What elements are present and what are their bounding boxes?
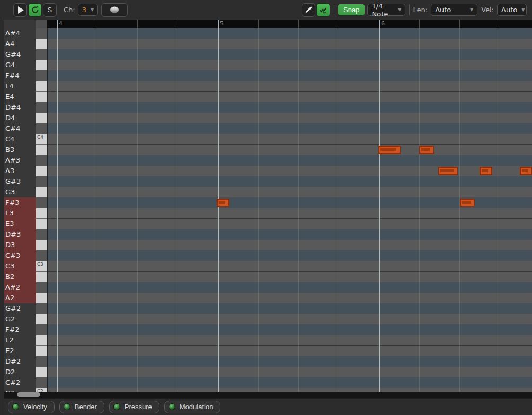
piano-key[interactable] <box>36 70 47 81</box>
piano-key[interactable] <box>36 81 47 92</box>
note-grid[interactable] <box>48 28 532 392</box>
instrument-button[interactable] <box>101 3 128 17</box>
note-name-label: C3 <box>4 261 36 272</box>
note-name-label: D#3 <box>4 229 36 240</box>
piano-key[interactable] <box>36 377 47 388</box>
beat-line <box>339 28 339 392</box>
beat-tick <box>419 20 420 28</box>
piano-key[interactable]: C4 <box>36 134 47 145</box>
piano-key[interactable] <box>36 113 47 123</box>
loop-button[interactable] <box>28 3 42 17</box>
controller-tab-bender[interactable]: Bender <box>59 401 104 413</box>
note-velocity-stripe <box>421 148 430 151</box>
left-edge-panel <box>0 20 4 415</box>
note-name-label: D2 <box>4 367 36 377</box>
piano-key[interactable] <box>36 250 47 261</box>
note-name-label: C#3 <box>4 250 36 261</box>
note-name-label: F3 <box>4 208 36 219</box>
channel-select[interactable]: 3 ▼ <box>78 4 98 16</box>
midi-note[interactable] <box>520 167 532 175</box>
note-velocity-stripe <box>380 148 396 151</box>
note-name-label: E2 <box>4 346 36 356</box>
midi-note[interactable] <box>438 167 458 175</box>
note-velocity-stripe <box>522 169 528 172</box>
note-name-label: A2 <box>4 293 36 303</box>
chevron-down-icon: ▼ <box>466 7 473 12</box>
midi-note[interactable] <box>480 167 492 175</box>
piano-key[interactable] <box>36 324 47 335</box>
piano-key[interactable] <box>36 356 47 367</box>
pencil-tool-button[interactable] <box>302 3 315 17</box>
controller-tab-velocity[interactable]: Velocity <box>8 401 55 413</box>
midi-note[interactable] <box>419 146 434 154</box>
piano-key[interactable] <box>36 219 47 229</box>
piano-key[interactable] <box>36 229 47 240</box>
controller-tab-pressure[interactable]: Pressure <box>109 401 159 413</box>
beat-line <box>298 28 299 392</box>
controller-tab-label: Pressure <box>125 403 152 411</box>
piano-key[interactable] <box>36 155 47 166</box>
note-name-label: C#2 <box>4 377 36 388</box>
piano-key[interactable] <box>36 335 47 346</box>
piano-key[interactable] <box>36 187 47 197</box>
midi-note[interactable] <box>460 199 475 207</box>
note-velocity-stripe <box>219 201 225 204</box>
piano-key[interactable]: C2 <box>36 388 47 392</box>
piano-key[interactable] <box>36 282 47 293</box>
length-select[interactable]: Auto ▼ <box>431 4 477 16</box>
snap-button-label: Snap <box>343 6 359 14</box>
note-name-label: D#4 <box>4 102 36 113</box>
midi-note[interactable] <box>378 146 401 154</box>
piano-key[interactable] <box>36 208 47 219</box>
bar-line <box>57 28 58 392</box>
piano-key[interactable] <box>36 240 47 250</box>
main-area: A#4A4G#4G4F#4F4E4D#4D4C#4C4B3A#3A3G#3G3F… <box>0 20 532 392</box>
piano-key[interactable] <box>36 314 47 324</box>
piano-key[interactable] <box>36 123 47 134</box>
piano-key[interactable] <box>36 92 47 102</box>
play-button[interactable] <box>13 3 27 17</box>
piano-key[interactable] <box>36 28 47 39</box>
piano-key[interactable] <box>36 346 47 356</box>
piano-key[interactable] <box>36 197 47 208</box>
beat-tick <box>178 20 178 28</box>
timeline-ruler[interactable]: 456 <box>47 20 532 28</box>
piano-key-octave-label: C2 <box>36 388 47 392</box>
piano-key[interactable] <box>36 166 47 176</box>
piano-key[interactable] <box>36 272 47 282</box>
led-indicator-icon <box>12 403 19 410</box>
controller-tab-bar: VelocityBenderPressureModulation <box>0 398 532 415</box>
midi-note[interactable] <box>217 199 229 207</box>
length-value: Auto <box>435 6 451 14</box>
velocity-select[interactable]: Auto ▼ <box>497 4 527 16</box>
horizontal-scrollbar[interactable] <box>4 392 532 398</box>
snap-button[interactable]: Snap <box>338 4 365 16</box>
piano-key[interactable] <box>36 39 47 49</box>
piano-key[interactable] <box>36 145 47 155</box>
note-name-label: G2 <box>4 314 36 324</box>
select-tool-button[interactable] <box>316 3 330 17</box>
toolbar: S Ch: 3 ▼ <box>0 0 532 20</box>
piano-key[interactable] <box>36 176 47 187</box>
note-name-label: C2 <box>4 388 36 392</box>
piano-key[interactable] <box>36 293 47 303</box>
scrollbar-thumb[interactable] <box>17 392 40 397</box>
beat-tick <box>459 20 460 28</box>
piano-key[interactable]: C3 <box>36 261 47 272</box>
piano-key[interactable] <box>36 49 47 60</box>
piano-key[interactable] <box>36 303 47 314</box>
beat-line <box>97 28 97 392</box>
snap-value-select[interactable]: 1/4 Note ▼ <box>367 4 405 16</box>
piano-roll-editor: S Ch: 3 ▼ <box>0 0 532 415</box>
beat-tick <box>298 20 299 28</box>
piano-key[interactable] <box>36 60 47 70</box>
bar-line <box>218 28 219 392</box>
note-name-label: B3 <box>4 145 36 155</box>
controller-tab-modulation[interactable]: Modulation <box>164 401 221 413</box>
note-name-label: D#2 <box>4 356 36 367</box>
solo-button[interactable]: S <box>43 3 57 17</box>
beat-line <box>419 28 420 392</box>
piano-key[interactable] <box>36 102 47 113</box>
piano-key[interactable] <box>36 367 47 377</box>
instrument-icon <box>108 6 121 14</box>
